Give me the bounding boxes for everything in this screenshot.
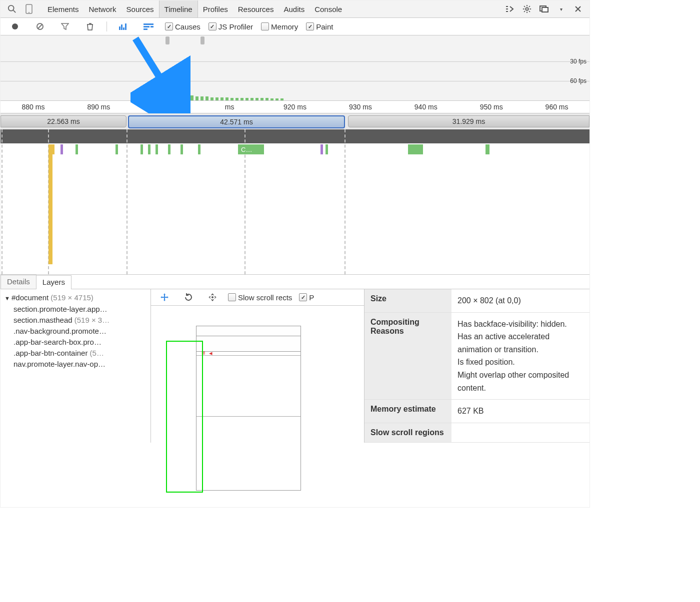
details-tabs: Details Layers: [0, 275, 590, 289]
svg-line-9: [524, 6, 525, 7]
main-tabs: Elements Network Sources Timeline Profil…: [42, 0, 347, 17]
layer-tree-panel: #document (519 × 4715) section.promote-l…: [0, 289, 151, 443]
tab-timeline[interactable]: Timeline: [159, 0, 198, 17]
event-layout[interactable]: [320, 144, 323, 154]
checkbox-p-cut[interactable]: P: [299, 293, 314, 302]
garbage-icon[interactable]: [84, 21, 96, 32]
frame-pill-selected[interactable]: 42.571 ms: [128, 115, 345, 128]
svg-point-3: [28, 12, 30, 13]
search-icon[interactable]: [6, 3, 18, 14]
prop-key-slowscroll: Slow scroll regions: [364, 423, 452, 442]
event-composite[interactable]: C…: [238, 144, 264, 154]
checkbox-causes[interactable]: Causes: [165, 22, 200, 31]
checkbox-memory[interactable]: Memory: [261, 22, 298, 31]
tab-profiles[interactable]: Profiles: [198, 0, 233, 17]
svg-point-4: [526, 7, 528, 10]
svg-line-17: [38, 24, 42, 28]
dock-chevron-icon[interactable]: ▾: [556, 3, 566, 14]
tab-audits[interactable]: Audits: [278, 0, 310, 17]
clear-icon[interactable]: [34, 21, 46, 32]
tree-row[interactable]: .nav-background.promote…: [4, 326, 146, 337]
bottom-panels: #document (519 × 4715) section.promote-l…: [0, 289, 590, 443]
svg-rect-21: [125, 23, 126, 30]
event-paint[interactable]: [148, 144, 150, 154]
tree-row-root[interactable]: #document (519 × 4715): [4, 292, 146, 304]
tab-layers[interactable]: Layers: [36, 275, 72, 289]
selected-layer-outline: [166, 341, 203, 493]
layer-canvas-toolbar: Slow scroll rects P: [151, 289, 364, 306]
tree-row[interactable]: section.masthead (519 × 3…: [4, 315, 146, 326]
dock-icon[interactable]: [538, 3, 550, 14]
layer-preview: ≡ ◂: [196, 326, 301, 491]
event-paint[interactable]: [168, 144, 170, 154]
flame-header-strip: [0, 129, 590, 143]
tree-row[interactable]: .app-bar-btn-container (5…: [4, 348, 146, 359]
tab-console[interactable]: Console: [310, 0, 347, 17]
event-paint[interactable]: [140, 144, 143, 154]
svg-rect-24: [150, 26, 154, 27]
svg-point-29: [212, 296, 214, 298]
frame-pill[interactable]: 22.563 ms: [0, 115, 126, 127]
pan-icon[interactable]: [159, 292, 170, 303]
svg-line-12: [529, 6, 530, 7]
fps-label-30: 30 fps: [570, 58, 586, 65]
frames-view-icon[interactable]: [118, 21, 129, 32]
svg-point-0: [8, 5, 14, 11]
event-paint[interactable]: [116, 144, 118, 154]
tree-row[interactable]: nav.promote-layer.nav-op…: [4, 359, 146, 370]
tab-resources[interactable]: Resources: [233, 0, 279, 17]
tab-elements[interactable]: Elements: [42, 0, 84, 17]
prop-val-compositing: Has backface-visibility: hidden. Has an …: [452, 312, 590, 400]
svg-line-11: [524, 11, 525, 12]
checkbox-jsprofiler[interactable]: JS Profiler: [208, 22, 253, 31]
close-icon[interactable]: [572, 3, 584, 14]
svg-rect-23: [144, 26, 150, 27]
flame-view-icon[interactable]: [143, 21, 154, 32]
svg-rect-20: [123, 27, 124, 30]
record-icon[interactable]: [10, 21, 20, 32]
event-scripting[interactable]: [48, 144, 54, 154]
event-scripting[interactable]: [48, 164, 52, 264]
prop-key-memory: Memory estimate: [364, 400, 452, 423]
event-scripting[interactable]: [48, 154, 52, 164]
devtools-tab-bar: Elements Network Sources Timeline Profil…: [0, 0, 590, 18]
prop-val-size: 200 × 802 (at 0,0): [452, 289, 590, 312]
event-paint[interactable]: [76, 144, 78, 154]
drawer-icon[interactable]: [504, 3, 516, 14]
tree-row[interactable]: section.promote-layer.app…: [4, 304, 146, 315]
svg-line-1: [14, 10, 16, 13]
svg-rect-18: [119, 26, 120, 30]
tab-sources[interactable]: Sources: [122, 0, 159, 17]
event-layout[interactable]: [60, 144, 63, 154]
event-paint[interactable]: [326, 144, 328, 154]
event-paint[interactable]: [408, 144, 423, 154]
timeline-toolbar: Causes JS Profiler Memory Paint: [0, 18, 590, 35]
layer-properties-panel: Size 200 × 802 (at 0,0) Compositing Reas…: [364, 289, 590, 443]
filter-icon[interactable]: [60, 21, 70, 32]
checkbox-paint[interactable]: Paint: [306, 22, 333, 31]
svg-rect-25: [144, 28, 148, 30]
frame-strip[interactable]: 22.563 ms 42.571 ms 31.929 ms: [0, 113, 590, 129]
rotate-icon[interactable]: [183, 292, 194, 303]
tab-network[interactable]: Network: [84, 0, 122, 17]
reset-icon[interactable]: [207, 292, 218, 303]
tree-row[interactable]: .app-bar-search-box.pro…: [4, 337, 146, 348]
gear-icon[interactable]: [522, 3, 532, 14]
layer-3d-canvas[interactable]: ≡ ◂: [151, 306, 364, 443]
svg-rect-28: [162, 297, 167, 298]
layer-canvas-panel: Slow scroll rects P ≡ ◂: [151, 289, 364, 443]
event-paint[interactable]: [180, 144, 183, 154]
event-paint[interactable]: [156, 144, 158, 154]
flame-chart[interactable]: C…: [0, 129, 590, 275]
svg-rect-19: [121, 24, 122, 30]
layer-properties-table: Size 200 × 802 (at 0,0) Compositing Reas…: [364, 289, 590, 443]
device-icon[interactable]: [24, 3, 34, 14]
event-paint[interactable]: [486, 144, 490, 154]
overview-marker: [166, 36, 170, 44]
overview-chart[interactable]: 30 fps 60 fps: [0, 35, 590, 101]
frame-pill[interactable]: 31.929 ms: [348, 115, 590, 127]
time-ruler[interactable]: 880 ms 890 ms 900 ms ms 920 ms 930 ms 94…: [0, 101, 590, 113]
checkbox-slow-scroll-rects[interactable]: Slow scroll rects: [228, 293, 292, 302]
event-paint[interactable]: [198, 144, 200, 154]
tab-details[interactable]: Details: [0, 275, 36, 289]
